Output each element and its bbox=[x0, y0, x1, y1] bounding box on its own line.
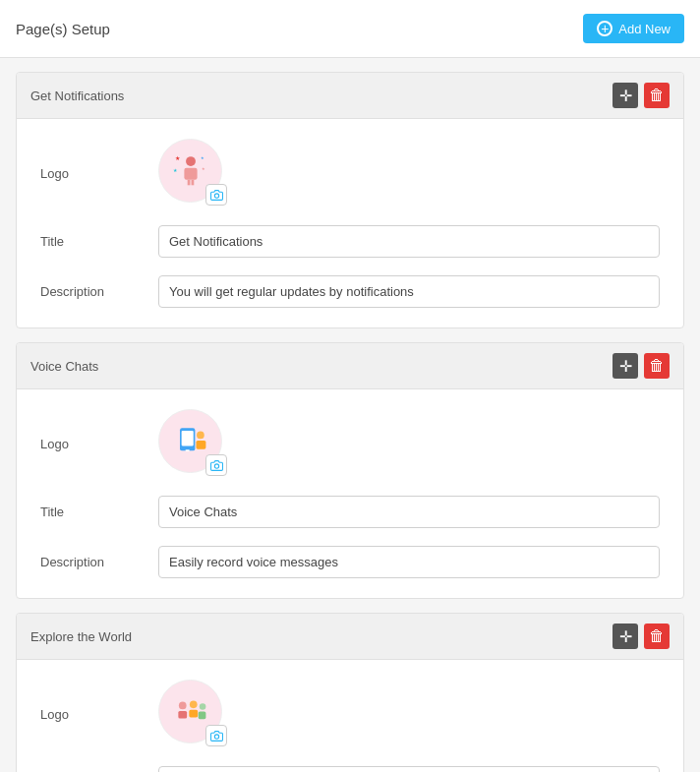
section-card-explore-world: Explore the World ✛ 🗑 Logo bbox=[16, 613, 684, 772]
logo-label-voice-chats: Logo bbox=[40, 437, 139, 451]
svg-rect-13 bbox=[196, 440, 205, 448]
logo-label-explore-world: Logo bbox=[40, 707, 139, 722]
camera-icon-get-notifications[interactable] bbox=[205, 184, 227, 206]
description-input-voice-chats[interactable] bbox=[158, 546, 660, 578]
svg-point-8 bbox=[214, 193, 218, 197]
description-row-voice-chats: Description bbox=[40, 546, 660, 578]
svg-text:★: ★ bbox=[200, 154, 204, 159]
move-button-get-notifications[interactable]: ✛ bbox=[612, 83, 638, 108]
add-new-label: Add New bbox=[618, 22, 671, 36]
svg-rect-1 bbox=[184, 167, 197, 179]
camera-icon-explore-world[interactable] bbox=[205, 725, 227, 746]
section-card-get-notifications: Get Notifications ✛ 🗑 Logo ★ ★ ★ ★ bbox=[16, 72, 684, 328]
plus-circle-icon: + bbox=[597, 21, 612, 36]
logo-row-voice-chats: Logo bbox=[40, 409, 660, 478]
section-header-actions-voice-chats: ✛ 🗑 bbox=[612, 353, 670, 379]
description-label-voice-chats: Description bbox=[40, 555, 139, 569]
svg-point-19 bbox=[199, 703, 205, 710]
logo-container-explore-world bbox=[158, 680, 227, 748]
svg-rect-11 bbox=[185, 449, 189, 451]
svg-point-12 bbox=[197, 431, 204, 439]
svg-point-14 bbox=[214, 463, 218, 467]
svg-rect-16 bbox=[178, 710, 187, 718]
title-input-explore-world[interactable] bbox=[158, 766, 660, 772]
section-header-title-voice-chats: Voice Chats bbox=[30, 359, 98, 374]
section-header-actions-get-notifications: ✛ 🗑 bbox=[612, 83, 670, 108]
svg-rect-18 bbox=[189, 709, 198, 717]
svg-rect-20 bbox=[198, 711, 205, 719]
page-title: Page(s) Setup bbox=[16, 21, 110, 37]
title-label-get-notifications: Title bbox=[40, 234, 139, 249]
move-button-voice-chats[interactable]: ✛ bbox=[612, 353, 638, 379]
section-body-voice-chats: Logo bbox=[17, 389, 683, 598]
svg-rect-10 bbox=[181, 431, 193, 445]
svg-point-21 bbox=[214, 734, 218, 738]
logo-container-get-notifications: ★ ★ ★ ★ bbox=[158, 139, 227, 208]
title-row-explore-world: Title bbox=[40, 766, 660, 772]
svg-point-0 bbox=[186, 156, 196, 166]
page-header: Page(s) Setup + Add New bbox=[0, 0, 700, 58]
description-label-get-notifications: Description bbox=[40, 284, 139, 299]
svg-text:★: ★ bbox=[174, 155, 179, 161]
logo-label-get-notifications: Logo bbox=[40, 166, 139, 181]
title-input-voice-chats[interactable] bbox=[158, 496, 660, 528]
logo-row-get-notifications: Logo ★ ★ ★ ★ bbox=[40, 139, 660, 208]
title-input-get-notifications[interactable] bbox=[158, 225, 660, 258]
camera-icon-voice-chats[interactable] bbox=[205, 454, 227, 476]
section-header-title-explore-world: Explore the World bbox=[30, 629, 132, 644]
delete-button-voice-chats[interactable]: 🗑 bbox=[644, 353, 670, 379]
section-header-title-get-notifications: Get Notifications bbox=[30, 89, 124, 103]
svg-text:★: ★ bbox=[202, 166, 205, 170]
svg-text:★: ★ bbox=[173, 168, 178, 173]
add-new-button[interactable]: + Add New bbox=[583, 14, 684, 43]
section-header-explore-world: Explore the World ✛ 🗑 bbox=[17, 614, 683, 660]
description-input-get-notifications[interactable] bbox=[158, 275, 660, 308]
logo-container-voice-chats bbox=[158, 409, 227, 478]
title-label-voice-chats: Title bbox=[40, 505, 139, 519]
move-button-explore-world[interactable]: ✛ bbox=[612, 624, 638, 649]
section-header-actions-explore-world: ✛ 🗑 bbox=[612, 624, 670, 649]
svg-point-17 bbox=[189, 700, 197, 708]
svg-point-15 bbox=[178, 701, 186, 709]
svg-rect-2 bbox=[187, 179, 190, 185]
title-row-voice-chats: Title bbox=[40, 496, 660, 528]
description-row-get-notifications: Description bbox=[40, 275, 660, 308]
logo-row-explore-world: Logo bbox=[40, 680, 660, 748]
delete-button-get-notifications[interactable]: 🗑 bbox=[644, 83, 670, 108]
section-card-voice-chats: Voice Chats ✛ 🗑 Logo bbox=[16, 342, 684, 599]
section-body-explore-world: Logo bbox=[17, 660, 683, 772]
section-header-voice-chats: Voice Chats ✛ 🗑 bbox=[17, 343, 683, 389]
section-header-get-notifications: Get Notifications ✛ 🗑 bbox=[17, 73, 683, 119]
section-body-get-notifications: Logo ★ ★ ★ ★ bbox=[17, 119, 683, 327]
svg-rect-3 bbox=[191, 179, 194, 185]
sections-container: Get Notifications ✛ 🗑 Logo ★ ★ ★ ★ bbox=[0, 58, 700, 772]
title-row-get-notifications: Title bbox=[40, 225, 660, 258]
delete-button-explore-world[interactable]: 🗑 bbox=[644, 624, 670, 649]
